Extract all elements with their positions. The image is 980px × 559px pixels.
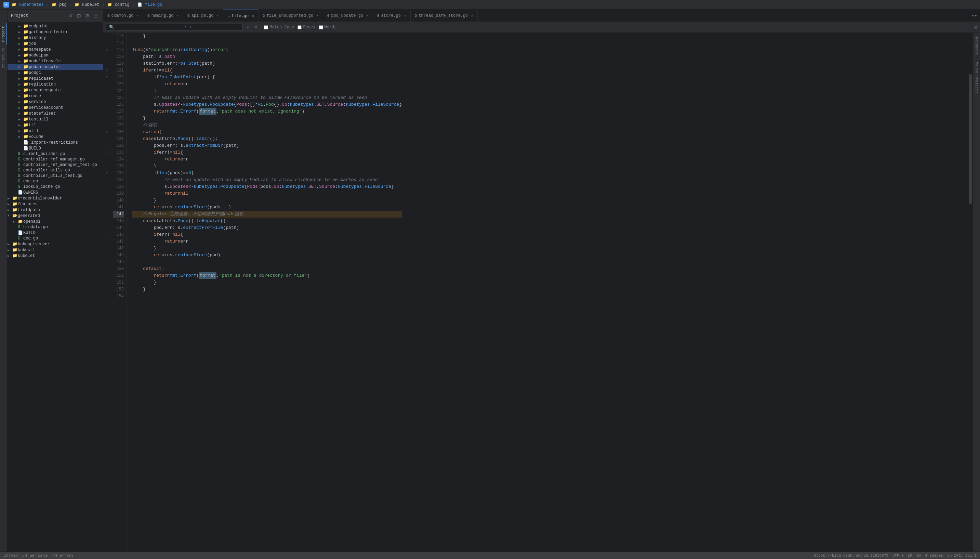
gutter-145[interactable]: ▽ [103,231,110,238]
sidebar-item-kubectl[interactable]: ▶ 📁 kubectl [8,247,103,253]
sidebar-settings-button[interactable]: ⚙ [84,12,91,19]
sidebar-collapse-button[interactable]: ⊟ [76,12,82,19]
sidebar-item-service[interactable]: ▶ 📁 service [8,99,103,105]
status-encoding[interactable]: UTF-8 [893,554,904,557]
fold-icon-145[interactable]: ▽ [106,233,108,237]
tab-close-button[interactable]: ✕ [177,13,179,18]
search-next-button[interactable]: › [188,25,193,30]
status-vcs[interactable]: ⎇ main [3,553,18,557]
sidebar-item-doc[interactable]: ▶ G doc.go [8,179,103,184]
sidebar-item-job[interactable]: ▶ 📁 job [8,41,103,46]
sidebar-item-ttl[interactable]: ▶ 📁 ttl [8,122,103,128]
fold-icon-118[interactable]: ▽ [106,48,108,52]
sidebar-item-replication[interactable]: ▶ 📁 replication [8,81,103,87]
sidebar-item-doc2[interactable]: ▶ G doc.go [8,236,103,241]
tab-file-go[interactable]: G file.go ✕ [223,10,259,22]
sidebar-item-volume[interactable]: ▶ 📁 volume [8,134,103,140]
search-options-icon[interactable]: ⚙ [253,25,259,30]
sidebar-item-statefulset[interactable]: ▶ 📁 statefulset [8,111,103,116]
gutter-130[interactable]: ▽ [103,129,110,136]
regex-option[interactable]: Regex [297,25,315,30]
words-option[interactable]: Words [319,25,337,30]
title-crumb-pkg[interactable]: pkg [59,2,67,7]
sidebar-item-credentialprovider[interactable]: ▶ 📁 credentialprovider [8,195,103,201]
tab-file-unsupported-go[interactable]: G file_unsupported.go ✕ [259,10,323,22]
sidebar-refresh-button[interactable]: ↺ [68,12,74,19]
tab-api-pb-go[interactable]: G api.pb.go ✕ [183,10,223,22]
search-input[interactable] [114,25,183,30]
right-panel-maven[interactable]: Maven Projects [973,59,980,96]
sidebar-item-fieldpath[interactable]: ▶ 📁 fieldpath [8,207,103,213]
status-warnings[interactable]: ⚠ 0 warnings [22,553,48,557]
title-crumb-file[interactable]: file.go [145,2,162,7]
sidebar-item-openapi[interactable]: ▶ 📁 openapi [8,218,103,225]
sidebar-item-replicaset[interactable]: ▶ 📁 replicaset [8,76,103,81]
sidebar-item-bindata[interactable]: ▶ G bindata.go [8,225,103,230]
sidebar-item-podgc[interactable]: ▶ 📁 podgc [8,70,103,76]
status-language[interactable]: Go [916,554,921,557]
left-panel-project[interactable]: Project [0,23,7,45]
sidebar-item-nodeipam[interactable]: ▶ 📁 nodeipam [8,52,103,58]
match-case-checkbox[interactable] [264,25,268,30]
sidebar-item-generated[interactable]: ▼ 📂 generated [8,213,103,218]
tab-close-button[interactable]: ✕ [471,13,473,18]
sidebar-item-controller-ref-manager[interactable]: ▶ G controller_ref_manager.go [8,157,103,162]
sidebar-item-features[interactable]: ▶ 📁 features [8,201,103,207]
sidebar-item-resourcequota[interactable]: ▶ 📁 resourcequota [8,87,103,93]
sidebar-item-client-builder[interactable]: ▶ G client_builder.go [8,151,103,157]
fold-icon-121[interactable]: ▽ [106,68,108,73]
tab-list-button[interactable]: ▾▾ [972,13,977,18]
status-url[interactable]: https://blog.csdn.net/qq_21816375 [814,554,888,557]
tab-naming-go[interactable]: G naming.go ✕ [143,10,183,22]
sidebar-item-util[interactable]: ▶ 📁 util [8,128,103,134]
tab-close-button[interactable]: ✕ [316,13,319,18]
tab-pod-update-go[interactable]: G pod_update.go ✕ [323,10,373,22]
sidebar-item-route[interactable]: ▶ 📁 route [8,93,103,99]
tab-close-button[interactable]: ✕ [137,13,139,18]
fold-icon-133[interactable]: ▽ [106,150,108,155]
title-crumb-config[interactable]: config [115,2,130,7]
scrollbar-vertical[interactable] [968,33,972,551]
sidebar-item-nodelifecycle[interactable]: ▶ 📁 nodelifecycle [8,58,103,64]
tab-close-button[interactable]: ✕ [217,13,219,18]
gutter-121[interactable]: ▽ [103,67,110,74]
sidebar-item-garbagecollector[interactable]: ▶ 📁 garbagecollector [8,29,103,35]
search-replace-icon[interactable]: ⇄ [246,25,251,30]
search-prev-button[interactable]: ‹ [183,25,188,30]
sidebar-item-namespace[interactable]: ▶ 📁 namespace [8,46,103,52]
sidebar-item-history[interactable]: ▶ 📁 history [8,35,103,41]
gutter-118[interactable]: ▽ [103,46,110,53]
sidebar-item-controller-ref-manager-test[interactable]: ▶ G controller_ref_manager_test.go [8,162,103,168]
code-content[interactable]: } func (s *sourceFile) listConfig() erro… [127,33,402,551]
left-panel-structure[interactable]: Structure [0,45,7,71]
sidebar-item-controller-utils-test[interactable]: ▶ G controller_utils_test.go [8,173,103,179]
title-crumb-kubelet[interactable]: kubelet [82,2,99,7]
tab-thread-safe-store-go[interactable]: G thread_safe_store.go ✕ [411,10,478,22]
title-crumb-kubernetes[interactable]: kubernetes [19,2,44,7]
gutter-133[interactable]: ▽ [103,149,110,156]
sidebar-item-endpoint[interactable]: ▶ 📁 endpoint [8,23,103,29]
status-cursor-position[interactable]: Ln 142, Col 1 [947,554,977,557]
status-indent[interactable]: 4 spaces [925,554,943,557]
sidebar-item-controller-utils[interactable]: ▶ G controller_utils.go [8,168,103,173]
match-case-option[interactable]: Match Case [264,25,294,30]
fold-icon-122[interactable]: ▽ [106,75,108,79]
tab-common-go[interactable]: G common.go ✕ [103,10,143,22]
gutter-136[interactable]: ▽ [103,170,110,177]
sidebar-item-build2[interactable]: ▶ 📄 BUILD [8,230,103,236]
right-panel-database[interactable]: Database [973,34,980,58]
words-checkbox[interactable] [319,25,323,30]
sidebar-item-build[interactable]: ▶ 📄 BUILD [8,146,103,151]
sidebar-item-kubelet2[interactable]: ▶ 📁 kubelet [8,253,103,259]
status-errors[interactable]: ⊘ 0 errors [52,553,73,557]
sidebar-item-owners[interactable]: ▶ 📄 OWNERS [8,190,103,195]
status-line-endings[interactable]: LF [908,554,912,557]
tab-close-button[interactable]: ✕ [252,14,254,18]
code-editor[interactable]: ▽ ▽ ▽ ▽ ▽ [103,33,968,551]
sidebar-item-kubeapiserver[interactable]: ▶ 📁 kubeapiserver [8,241,103,247]
sidebar-item-serviceaccount[interactable]: ▶ 📁 serviceaccount [8,105,103,111]
search-close-button[interactable]: ✕ [974,24,977,31]
sidebar-item-import-restrictions[interactable]: ▶ 📄 .import-restrictions [8,140,103,146]
regex-checkbox[interactable] [297,25,302,30]
sidebar-item-lookup-cache[interactable]: ▶ G lookup_cache.go [8,184,103,190]
